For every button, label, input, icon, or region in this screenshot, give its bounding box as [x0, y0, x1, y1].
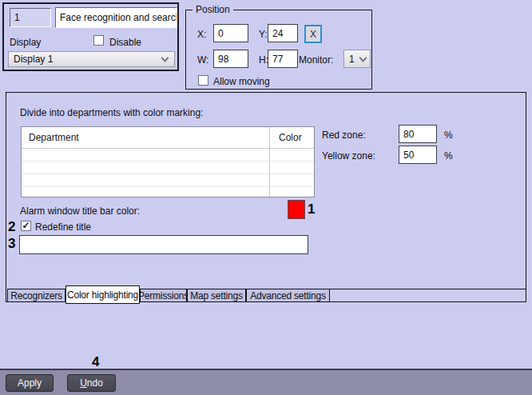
annotation-4: 4	[92, 354, 99, 370]
disable-checkbox[interactable]	[93, 35, 104, 46]
object-header-box: Display Disable Display 1	[2, 2, 179, 71]
chevron-down-icon	[359, 54, 367, 62]
position-group: Position X: Y: X W: H: Monitor: 1 Allow …	[185, 10, 372, 90]
department-column-header: Department	[29, 132, 79, 143]
apply-button[interactable]: Apply	[6, 374, 54, 392]
display-label: Display	[10, 37, 41, 48]
yellow-zone-input[interactable]	[399, 146, 437, 164]
undo-button-accel: U	[80, 377, 87, 389]
undo-button-label-rest: ndo	[87, 377, 103, 389]
settings-dialog: { "header": { "id_value": "1", "name_val…	[0, 0, 532, 395]
color-column-header: Color	[279, 132, 302, 143]
annotation-3: 3	[8, 236, 15, 252]
red-zone-label: Red zone:	[322, 130, 366, 141]
departments-label: Divide into departments with color marki…	[20, 107, 203, 118]
x-input[interactable]	[213, 24, 248, 42]
annotation-1: 1	[308, 201, 315, 217]
monitor-label: Monitor:	[299, 54, 333, 66]
w-label: W:	[197, 54, 208, 66]
red-zone-input[interactable]	[399, 125, 437, 143]
chevron-down-icon	[161, 54, 169, 62]
h-input[interactable]	[268, 50, 298, 68]
monitor-select-value: 1	[349, 54, 355, 65]
tab-recognizers[interactable]: Recognizers	[7, 289, 66, 302]
apply-button-label: Apply	[18, 377, 42, 389]
position-group-title: Position	[193, 4, 233, 15]
yellow-zone-percent-label: %	[444, 150, 453, 162]
tab-permissions[interactable]: Permissions	[140, 289, 187, 302]
alarm-color-label: Alarm window title bar color:	[20, 205, 140, 217]
object-id-field[interactable]	[10, 8, 51, 27]
header-divider	[22, 148, 314, 149]
tab-map-settings[interactable]: Map settings	[187, 289, 246, 302]
allow-moving-checkbox[interactable]	[198, 75, 208, 86]
row-divider	[22, 174, 314, 174]
yellow-zone-label: Yellow zone:	[322, 150, 375, 162]
disable-label: Disable	[109, 37, 141, 48]
tab-advanced-settings[interactable]: Advanced settings	[246, 289, 330, 302]
departments-table[interactable]: Department Color	[21, 126, 315, 198]
annotation-2: 2	[8, 219, 15, 235]
alarm-color-swatch[interactable]	[288, 200, 305, 219]
color-highlighting-pane: Divide into departments with color marki…	[6, 92, 526, 302]
redefine-title-label: Redefine title	[35, 221, 91, 233]
tab-strip-edge	[330, 289, 526, 289]
w-input[interactable]	[213, 50, 248, 68]
redefine-title-checkbox[interactable]: ✓	[21, 221, 31, 231]
y-label: Y:	[259, 29, 268, 40]
y-input[interactable]	[268, 24, 298, 42]
red-zone-percent-label: %	[444, 130, 453, 141]
display-select[interactable]: Display 1	[8, 51, 175, 67]
object-name-field[interactable]	[55, 7, 177, 28]
display-select-value: Display 1	[14, 54, 53, 65]
tab-color-highlighting[interactable]: Color highlighting	[66, 285, 140, 304]
monitor-select[interactable]: 1	[343, 50, 371, 68]
undo-button[interactable]: Undo	[67, 374, 116, 392]
clear-position-button[interactable]: X	[304, 25, 322, 43]
row-divider	[22, 186, 314, 187]
custom-title-input[interactable]	[19, 235, 308, 254]
allow-moving-label: Allow moving	[213, 76, 270, 87]
x-label: X:	[197, 29, 206, 40]
row-divider	[22, 161, 314, 162]
